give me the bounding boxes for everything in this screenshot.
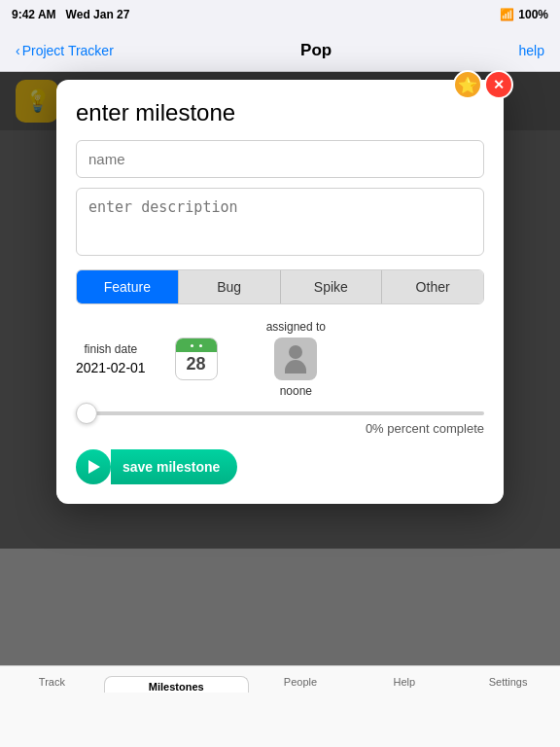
tab-people-label: People — [284, 676, 317, 688]
calendar-picker[interactable]: 28 — [175, 338, 218, 380]
help-link[interactable]: help — [519, 43, 544, 58]
finish-date-section: finish date 2021-02-01 — [76, 342, 146, 375]
tab-settings[interactable]: Settings — [456, 676, 560, 688]
finish-date-label: finish date — [84, 342, 137, 356]
status-time: 9:42 AM Wed Jan 27 — [12, 8, 129, 21]
status-indicators: 📶 100% — [500, 8, 548, 21]
type-btn-feature[interactable]: Feature — [77, 270, 179, 303]
assign-avatar[interactable] — [274, 338, 317, 380]
completion-slider-row — [76, 411, 484, 415]
avatar-head — [289, 345, 302, 359]
chevron-left-icon: ‹ — [16, 43, 20, 58]
type-btn-bug[interactable]: Bug — [179, 270, 281, 303]
background-area: 💡 ✕ ⭐ enter milestone Feature Bug Spike … — [0, 72, 560, 549]
assign-section: assigned to noone — [266, 320, 326, 398]
cal-dot-2 — [199, 344, 202, 347]
modal-overlay: ✕ ⭐ enter milestone Feature Bug Spike Ot… — [0, 72, 560, 549]
calendar-header — [176, 338, 217, 352]
modal-star-icon: ⭐ — [453, 70, 482, 99]
tab-people[interactable]: People — [249, 676, 353, 688]
nav-title: Pop — [300, 41, 332, 60]
battery-icon: 100% — [518, 8, 548, 21]
avatar-figure — [285, 345, 306, 374]
type-btn-spike[interactable]: Spike — [281, 270, 383, 303]
tab-settings-label: Settings — [489, 676, 528, 688]
finish-date-value: 2021-02-01 — [76, 360, 146, 375]
date-assign-row: finish date 2021-02-01 28 assigned to — [76, 320, 484, 398]
avatar-body — [285, 360, 306, 374]
slider-track — [76, 411, 484, 415]
tab-help-label: Help — [393, 676, 415, 688]
back-button[interactable]: ‹ Project Tracker — [16, 43, 114, 58]
play-triangle-icon — [88, 460, 100, 474]
wifi-icon: 📶 — [500, 8, 514, 21]
modal-close-button[interactable]: ✕ — [484, 70, 513, 99]
tab-bar: Track Milestones People Help Settings — [0, 665, 560, 747]
tab-milestones[interactable]: Milestones — [104, 676, 249, 693]
save-milestone-button[interactable]: save milestone — [76, 449, 237, 484]
description-textarea[interactable] — [76, 188, 484, 256]
slider-thumb[interactable] — [76, 403, 97, 424]
calendar-dots — [191, 344, 202, 347]
calendar-day: 28 — [187, 354, 206, 375]
type-button-group: Feature Bug Spike Other — [76, 269, 484, 304]
type-btn-other[interactable]: Other — [382, 270, 483, 303]
assigned-name: noone — [280, 384, 312, 398]
cal-dot-1 — [191, 344, 193, 347]
tab-track-label: Track — [39, 676, 65, 688]
tab-track[interactable]: Track — [0, 676, 104, 688]
tab-milestones-label: Milestones — [149, 681, 204, 693]
status-bar: 9:42 AM Wed Jan 27 📶 100% — [0, 0, 560, 29]
save-play-icon — [76, 449, 111, 484]
save-milestone-label: save milestone — [111, 449, 237, 484]
assigned-to-label: assigned to — [266, 320, 326, 334]
tab-help[interactable]: Help — [352, 676, 456, 688]
percent-complete-label: 0% percent complete — [76, 421, 484, 436]
name-input[interactable] — [76, 140, 484, 178]
modal-title: enter milestone — [76, 99, 484, 126]
nav-bar: ‹ Project Tracker Pop help — [0, 29, 560, 72]
milestone-modal: ✕ ⭐ enter milestone Feature Bug Spike Ot… — [56, 80, 504, 504]
